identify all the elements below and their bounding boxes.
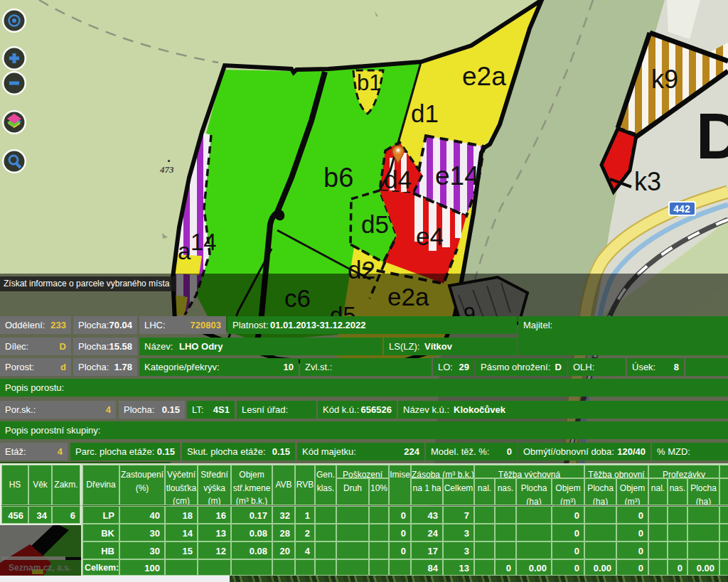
svg-text:473: 473	[159, 164, 174, 175]
svg-text:e14: e14	[435, 161, 479, 190]
svg-text:k3: k3	[634, 167, 661, 196]
svg-text:D: D	[696, 101, 728, 172]
svg-text:b1: b1	[357, 70, 381, 95]
svg-text:e2a: e2a	[462, 62, 506, 91]
svg-text:a: a	[178, 238, 191, 264]
svg-text:14: 14	[191, 229, 217, 255]
svg-text:b6: b6	[323, 163, 353, 193]
svg-text:k9: k9	[651, 65, 678, 94]
svg-text:d1: d1	[411, 99, 439, 127]
svg-text:442: 442	[673, 203, 690, 215]
svg-text:d5: d5	[361, 210, 389, 238]
svg-text:d4: d4	[384, 166, 412, 193]
svg-text:e4: e4	[416, 222, 444, 250]
